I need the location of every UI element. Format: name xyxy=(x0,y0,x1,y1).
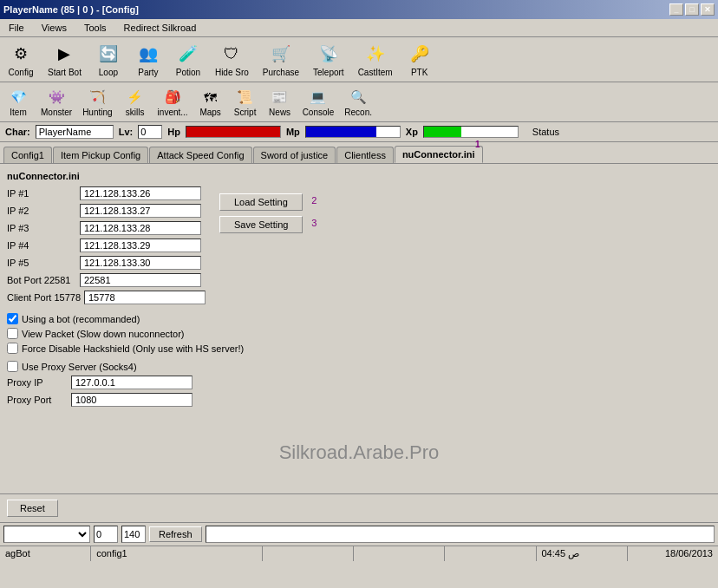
toolbar-startbot-label: Start Bot xyxy=(48,68,82,77)
clientport-row: Client Port 15778 xyxy=(7,291,206,304)
status-time-text: 04:45 ص xyxy=(542,548,580,559)
tab-itempickup[interactable]: Item Pickup Config xyxy=(53,147,148,163)
toolbar2-hunting-label: Hunting xyxy=(82,108,112,117)
bottom-num1[interactable] xyxy=(94,526,118,543)
menu-file[interactable]: File xyxy=(3,21,29,35)
checkbox-usingbot-row: Using a bot (recommanded) xyxy=(7,313,711,324)
ip5-input[interactable] xyxy=(80,256,201,270)
tab-clientless[interactable]: Clientless xyxy=(336,147,394,163)
checkbox-viewpacket-label: View Packet (Slow down nuconnector) xyxy=(22,329,185,339)
status-empty1 xyxy=(263,546,354,561)
ip2-input[interactable] xyxy=(80,204,201,218)
checkbox-viewpacket[interactable] xyxy=(7,328,18,339)
toolbar2-invent-label: invent... xyxy=(158,108,188,117)
tab-config1[interactable]: Config1 xyxy=(3,147,52,163)
checkbox-usingbot[interactable] xyxy=(7,313,18,324)
hunting-icon: 🏹 xyxy=(87,87,108,108)
bottom-num2[interactable] xyxy=(121,526,146,543)
toolbar-config[interactable]: ⚙ Config xyxy=(2,39,40,80)
proxy-ip-row: Proxy IP xyxy=(7,376,711,389)
toolbar-ptk[interactable]: 🔑 PTK xyxy=(401,39,439,80)
toolbar2-news[interactable]: 📰 News xyxy=(264,84,297,120)
lv-input[interactable] xyxy=(138,125,162,139)
char-input[interactable] xyxy=(36,125,114,139)
toolbar-castitem[interactable]: ✨ CastItem xyxy=(352,39,399,80)
lv-label: Lv: xyxy=(119,127,134,137)
toolbar1: ⚙ Config ▶ Start Bot 🔄 Loop 👥 Party 🧪 Po… xyxy=(0,37,718,82)
title-bar-buttons: _ □ ✕ xyxy=(669,3,715,16)
tab-nuconnector[interactable]: nuConnector.ini 1 xyxy=(395,146,483,163)
toolbar2-skills[interactable]: ⚡ skills xyxy=(119,84,152,120)
proxy-checkbox[interactable] xyxy=(7,361,18,372)
clientport-input[interactable] xyxy=(84,291,206,304)
main-content: nuConnector.ini IP #1 IP #2 IP #3 IP #4 … xyxy=(0,164,718,493)
toolbar-party[interactable]: 👥 Party xyxy=(129,39,167,80)
maps-icon: 🗺 xyxy=(200,87,221,108)
toolbar2-invent[interactable]: 🎒 invent... xyxy=(153,84,193,120)
checkbox-hackshield[interactable] xyxy=(7,343,18,354)
toolbar2-maps[interactable]: 🗺 Maps xyxy=(194,84,227,120)
toolbar-teleport[interactable]: 📡 Teleport xyxy=(307,39,350,80)
reset-button[interactable]: Reset xyxy=(7,500,58,517)
toolbar-loop[interactable]: 🔄 Loop xyxy=(89,39,127,80)
toolbar2-hunting[interactable]: 🏹 Hunting xyxy=(78,84,116,120)
ip1-input[interactable] xyxy=(80,186,201,200)
toolbar2-item[interactable]: 💎 Item xyxy=(2,84,35,120)
ip3-input[interactable] xyxy=(80,221,201,235)
tab-swordofjustice[interactable]: Sword of justice xyxy=(253,147,336,163)
save-number: 3 xyxy=(311,218,317,228)
toolbar2-monster[interactable]: 👾 Monster xyxy=(36,84,76,120)
ip4-input[interactable] xyxy=(80,238,201,252)
bottom-output[interactable] xyxy=(206,526,715,543)
toolbar2-news-label: News xyxy=(269,108,290,117)
toolbar-hidesro-label: Hide Sro xyxy=(215,68,249,77)
menu-tools[interactable]: Tools xyxy=(79,21,112,35)
toolbar-startbot[interactable]: ▶ Start Bot xyxy=(42,39,88,80)
load-setting-button[interactable]: Load Setting xyxy=(219,193,303,211)
toolbar-hidesro[interactable]: 🛡 Hide Sro xyxy=(209,39,255,80)
status-empty3 xyxy=(445,546,536,561)
mp-fill xyxy=(306,127,376,137)
status-agbot: agBot xyxy=(0,546,91,561)
botport-row: Bot Port 22581 xyxy=(7,273,206,287)
hp-label: Hp xyxy=(167,127,180,137)
proxy-port-label: Proxy Port xyxy=(7,395,68,405)
toolbar-purchase[interactable]: 🛒 Purchase xyxy=(257,39,305,80)
checkbox-hackshield-row: Force Disable Hackshield (Only use with … xyxy=(7,343,711,354)
castitem-icon: ✨ xyxy=(363,42,388,66)
proxy-ip-input[interactable] xyxy=(71,376,193,389)
toolbar2-recon-label: Recon. xyxy=(344,108,372,117)
minimize-button[interactable]: _ xyxy=(669,3,683,16)
ptk-icon: 🔑 xyxy=(408,42,432,66)
toolbar2-recon[interactable]: 🔍 Recon. xyxy=(340,84,376,120)
toolbar-ptk-label: PTK xyxy=(411,68,428,77)
botport-input[interactable] xyxy=(80,273,201,287)
save-setting-button[interactable]: Save Setting xyxy=(219,216,303,233)
potion-icon: 🧪 xyxy=(176,42,200,66)
menu-redirect[interactable]: Redirect Silkroad xyxy=(119,21,202,35)
clientport-label: Client Port 15778 xyxy=(7,292,81,303)
toolbar2-script[interactable]: 📜 Script xyxy=(229,84,262,120)
menu-views[interactable]: Views xyxy=(36,21,72,35)
toolbar-potion[interactable]: 🧪 Potion xyxy=(169,39,207,80)
invent-icon: 🎒 xyxy=(162,87,183,108)
tab-attackspeed[interactable]: Attack Speed Config xyxy=(149,147,251,163)
bottom-select[interactable] xyxy=(3,526,90,543)
loop-icon: 🔄 xyxy=(96,42,121,66)
checkboxes-area: Using a bot (recommanded) View Packet (S… xyxy=(7,313,711,354)
status-bar: agBot config1 04:45 ص 18/06/2013 xyxy=(0,546,718,561)
status-time: 04:45 ص xyxy=(537,546,628,561)
ip2-label: IP #2 xyxy=(7,206,76,216)
toolbar2-console[interactable]: 💻 Console xyxy=(298,84,339,120)
ip2-row: IP #2 xyxy=(7,204,206,218)
proxy-port-input[interactable] xyxy=(71,393,193,407)
toolbar-loop-label: Loop xyxy=(99,68,118,77)
close-button[interactable]: ✕ xyxy=(701,3,715,16)
load-number: 2 xyxy=(311,195,317,206)
ip-form: IP #1 IP #2 IP #3 IP #4 IP #5 Bot Port 2… xyxy=(7,186,206,304)
refresh-button[interactable]: Refresh xyxy=(149,526,202,542)
recon-icon: 🔍 xyxy=(348,87,369,108)
ip3-row: IP #3 xyxy=(7,221,206,235)
restore-button[interactable]: □ xyxy=(685,3,699,16)
ip4-row: IP #4 xyxy=(7,238,206,252)
